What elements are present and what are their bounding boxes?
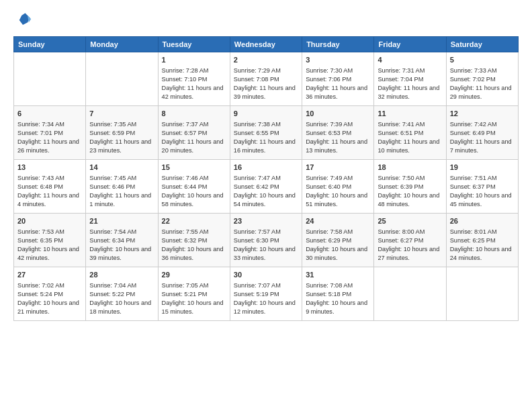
- day-detail: Sunrise: 7:53 AM: [17, 228, 82, 236]
- day-detail: Sunset: 7:10 PM: [162, 75, 226, 84]
- calendar-table: SundayMondayTuesdayWednesdayThursdayFrid…: [13, 36, 519, 321]
- day-detail: Daylight: 11 hours and 20 minutes.: [162, 138, 226, 155]
- calendar-cell: 24Sunrise: 7:58 AMSunset: 6:29 PMDayligh…: [302, 214, 374, 267]
- day-detail: Sunset: 7:01 PM: [17, 129, 82, 138]
- day-detail: Daylight: 11 hours and 10 minutes.: [378, 138, 442, 155]
- day-number: 17: [306, 163, 370, 173]
- day-detail: Sunrise: 7:57 AM: [234, 228, 298, 236]
- day-number: 30: [234, 270, 298, 280]
- calendar-cell: 22Sunrise: 7:55 AMSunset: 6:32 PMDayligh…: [158, 214, 230, 267]
- day-detail: Sunset: 6:48 PM: [17, 183, 82, 191]
- calendar-cell: 29Sunrise: 7:05 AMSunset: 5:21 PMDayligh…: [158, 267, 230, 321]
- day-detail: Sunset: 6:32 PM: [162, 236, 226, 245]
- day-detail: Sunrise: 7:35 AM: [89, 120, 154, 129]
- calendar-cell: 19Sunrise: 7:51 AMSunset: 6:37 PMDayligh…: [446, 160, 518, 214]
- day-detail: Sunrise: 7:46 AM: [162, 174, 226, 183]
- calendar-cell: 21Sunrise: 7:54 AMSunset: 6:34 PMDayligh…: [86, 214, 158, 267]
- day-number: 22: [162, 216, 226, 226]
- calendar-cell: 27Sunrise: 7:02 AMSunset: 5:24 PMDayligh…: [14, 267, 86, 321]
- logo: [13, 11, 35, 30]
- day-detail: Sunrise: 7:07 AM: [234, 281, 298, 290]
- week-row-2: 6Sunrise: 7:34 AMSunset: 7:01 PMDaylight…: [14, 106, 519, 160]
- calendar-cell: [446, 267, 518, 321]
- day-number: 15: [162, 163, 226, 173]
- day-detail: Sunset: 6:42 PM: [234, 183, 298, 191]
- day-detail: Daylight: 10 hours and 48 minutes.: [378, 191, 442, 209]
- day-detail: Sunrise: 7:30 AM: [306, 66, 370, 75]
- weekday-header-wednesday: Wednesday: [230, 37, 302, 52]
- weekday-header-friday: Friday: [374, 37, 446, 52]
- day-detail: Sunset: 5:19 PM: [234, 290, 298, 299]
- day-detail: Sunset: 7:04 PM: [378, 75, 442, 84]
- calendar-cell: 18Sunrise: 7:50 AMSunset: 6:39 PMDayligh…: [374, 160, 446, 214]
- day-detail: Sunset: 6:30 PM: [234, 236, 298, 245]
- day-number: 2: [234, 55, 298, 65]
- day-detail: Sunset: 5:22 PM: [89, 290, 154, 299]
- day-number: 20: [17, 216, 82, 226]
- day-number: 28: [89, 270, 154, 280]
- calendar-cell: 9Sunrise: 7:38 AMSunset: 6:55 PMDaylight…: [230, 106, 302, 160]
- day-detail: Sunrise: 7:55 AM: [162, 228, 226, 236]
- calendar-cell: 1Sunrise: 7:28 AMSunset: 7:10 PMDaylight…: [158, 52, 230, 106]
- day-detail: Sunset: 6:27 PM: [378, 236, 442, 245]
- day-number: 6: [17, 109, 82, 119]
- day-detail: Sunrise: 7:04 AM: [89, 281, 154, 290]
- day-detail: Daylight: 11 hours and 13 minutes.: [306, 138, 370, 155]
- day-detail: Sunset: 6:49 PM: [450, 129, 515, 138]
- day-detail: Sunrise: 8:01 AM: [450, 228, 515, 236]
- day-number: 27: [17, 270, 82, 280]
- calendar-cell: 28Sunrise: 7:04 AMSunset: 5:22 PMDayligh…: [86, 267, 158, 321]
- day-detail: Sunrise: 7:47 AM: [234, 174, 298, 183]
- day-number: 5: [450, 55, 515, 65]
- day-detail: Sunset: 6:46 PM: [89, 183, 154, 191]
- week-row-4: 20Sunrise: 7:53 AMSunset: 6:35 PMDayligh…: [14, 214, 519, 267]
- day-detail: Sunset: 5:24 PM: [17, 290, 82, 299]
- day-detail: Sunrise: 7:45 AM: [89, 174, 154, 183]
- weekday-header-saturday: Saturday: [446, 37, 518, 52]
- day-detail: Sunrise: 8:00 AM: [378, 228, 442, 236]
- calendar-cell: 7Sunrise: 7:35 AMSunset: 6:59 PMDaylight…: [86, 106, 158, 160]
- day-detail: Daylight: 10 hours and 33 minutes.: [234, 245, 298, 263]
- calendar-cell: 2Sunrise: 7:29 AMSunset: 7:08 PMDaylight…: [230, 52, 302, 106]
- day-number: 18: [378, 163, 442, 173]
- day-detail: Sunset: 6:34 PM: [89, 236, 154, 245]
- day-detail: Sunset: 7:06 PM: [306, 75, 370, 84]
- day-detail: Daylight: 11 hours and 26 minutes.: [17, 138, 82, 155]
- day-number: 11: [378, 109, 442, 119]
- day-detail: Sunset: 7:08 PM: [234, 75, 298, 84]
- day-detail: Daylight: 10 hours and 21 minutes.: [17, 299, 82, 316]
- calendar-cell: 12Sunrise: 7:42 AMSunset: 6:49 PMDayligh…: [446, 106, 518, 160]
- day-detail: Daylight: 10 hours and 42 minutes.: [17, 245, 82, 263]
- day-number: 26: [450, 216, 515, 226]
- day-detail: Sunset: 5:21 PM: [162, 290, 226, 299]
- day-number: 25: [378, 216, 442, 226]
- day-detail: Daylight: 11 hours and 23 minutes.: [89, 138, 154, 155]
- calendar-cell: [14, 52, 86, 106]
- calendar-cell: 16Sunrise: 7:47 AMSunset: 6:42 PMDayligh…: [230, 160, 302, 214]
- day-detail: Sunrise: 7:43 AM: [17, 174, 82, 183]
- day-detail: Daylight: 11 hours and 29 minutes.: [450, 84, 515, 101]
- day-detail: Daylight: 10 hours and 24 minutes.: [450, 245, 515, 263]
- day-number: 4: [378, 55, 442, 65]
- day-number: 3: [306, 55, 370, 65]
- day-detail: Sunrise: 7:37 AM: [162, 120, 226, 129]
- day-detail: Sunset: 6:57 PM: [162, 129, 226, 138]
- calendar-cell: 26Sunrise: 8:01 AMSunset: 6:25 PMDayligh…: [446, 214, 518, 267]
- day-detail: Daylight: 10 hours and 27 minutes.: [378, 245, 442, 263]
- day-detail: Daylight: 10 hours and 15 minutes.: [162, 299, 226, 316]
- day-detail: Sunrise: 7:58 AM: [306, 228, 370, 236]
- calendar-cell: 15Sunrise: 7:46 AMSunset: 6:44 PMDayligh…: [158, 160, 230, 214]
- day-number: 16: [234, 163, 298, 173]
- day-number: 21: [89, 216, 154, 226]
- day-detail: Daylight: 10 hours and 51 minutes.: [306, 191, 370, 209]
- day-detail: Daylight: 11 hours and 36 minutes.: [306, 84, 370, 101]
- day-detail: Daylight: 11 hours and 16 minutes.: [234, 138, 298, 155]
- day-detail: Daylight: 11 hours and 42 minutes.: [162, 84, 226, 101]
- day-detail: Daylight: 10 hours and 30 minutes.: [306, 245, 370, 263]
- day-detail: Daylight: 11 hours and 4 minutes.: [17, 191, 82, 209]
- day-detail: Sunrise: 7:05 AM: [162, 281, 226, 290]
- weekday-header-sunday: Sunday: [14, 37, 86, 52]
- calendar-cell: 20Sunrise: 7:53 AMSunset: 6:35 PMDayligh…: [14, 214, 86, 267]
- day-detail: Sunrise: 7:29 AM: [234, 66, 298, 75]
- day-detail: Daylight: 10 hours and 45 minutes.: [450, 191, 515, 209]
